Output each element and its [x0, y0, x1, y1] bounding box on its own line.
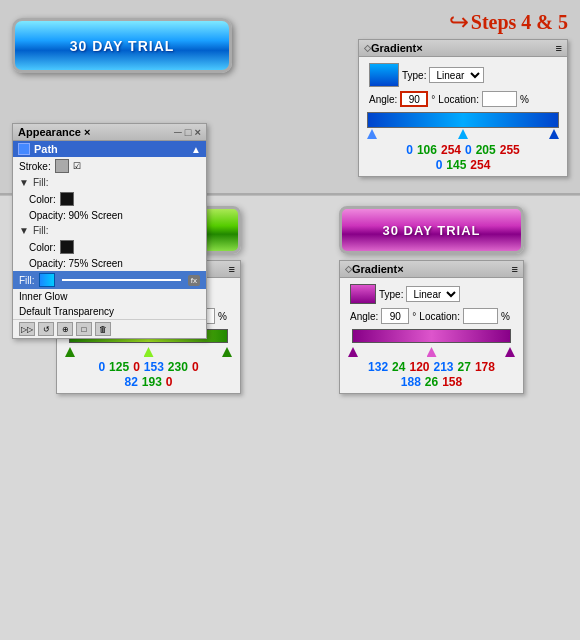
location-input[interactable] — [482, 91, 517, 107]
g2-1: 193 — [142, 375, 162, 389]
color-row-1: 0 106 254 0 205 255 — [365, 143, 561, 157]
color-swatch-1[interactable] — [60, 192, 74, 206]
stroke-swatch[interactable] — [55, 159, 69, 173]
appearance-path-label: Path — [34, 143, 58, 155]
fill-color-2: Color: — [13, 238, 206, 256]
stroke-row: Stroke: ☑ — [13, 157, 206, 175]
location-label: Location: — [438, 94, 479, 105]
fill-label-1: Fill: — [33, 177, 49, 188]
stop-right[interactable] — [549, 129, 559, 139]
gradient-preview-purple — [350, 284, 376, 304]
bottom-right-column: 30 DAY TRIAL ◇ Gradient × ≡ Type: Linear — [295, 206, 568, 630]
color-label-1: Color: — [29, 194, 56, 205]
panel-minimize[interactable]: ─ □ × — [174, 126, 201, 138]
gradient-body-top: Type: Linear Radial Angle: ° Location: % — [359, 57, 567, 176]
fill-triangle-1: ▼ — [19, 177, 29, 188]
stop-middle[interactable] — [458, 129, 468, 139]
fill-swatch-blue[interactable] — [39, 273, 55, 287]
gradient-menu-icon[interactable]: ≡ — [556, 42, 562, 54]
type-label-purple: Type: — [379, 289, 403, 300]
purple-color-numbers: 132 24 120 213 27 178 188 26 158 — [346, 360, 517, 389]
green-stop-2[interactable] — [144, 347, 154, 357]
gradient-bar-blue — [367, 112, 559, 128]
appearance-panel-titlebar: Appearance × ─ □ × — [13, 124, 206, 141]
green-stop-3[interactable] — [222, 347, 232, 357]
g1-2: 0 — [133, 360, 140, 374]
scroll-up-icon[interactable]: ▲ — [191, 144, 201, 155]
icon-btn-3[interactable]: ⊕ — [57, 322, 73, 336]
color-numbers-top: 0 106 254 0 205 255 0 145 254 — [365, 143, 561, 172]
steps-label: Steps 4 & 5 — [471, 11, 568, 34]
gradient-menu-purple[interactable]: ≡ — [512, 263, 518, 275]
type-select-purple[interactable]: Linear — [406, 286, 460, 302]
trial-button-purple-label: 30 DAY TRIAL — [383, 223, 481, 238]
green-row-2: 82 193 0 — [63, 375, 234, 389]
percent-symbol: % — [520, 94, 529, 105]
stroke-check: ☑ — [73, 161, 81, 171]
p2-1: 26 — [425, 375, 438, 389]
appearance-panel-title: Appearance × — [18, 126, 90, 138]
purple-stop-3[interactable] — [505, 347, 515, 357]
color-row-2: 0 145 254 — [365, 158, 561, 172]
opacity-label-2: Opacity: 75% Screen — [29, 258, 123, 269]
fill-triangle-2: ▼ — [19, 225, 29, 236]
trial-button-purple[interactable]: 30 DAY TRIAL — [339, 206, 524, 254]
trial-button-blue[interactable]: 30 DAY TRIAL — [12, 18, 232, 73]
type-label: Type: — [402, 70, 426, 81]
c1-r1: 106 — [417, 143, 437, 157]
arrow-curve-icon: ↩ — [449, 8, 469, 36]
default-transparency-row: Default Transparency — [13, 304, 206, 319]
gradient-bar-purple-el — [352, 329, 511, 343]
fill-label-2: Fill: — [33, 225, 49, 236]
fill-color-1: Color: — [13, 190, 206, 208]
top-left-column: 30 DAY TRIAL Appearance × ─ □ × Path ▲ S… — [12, 8, 232, 339]
icon-btn-1[interactable]: ▷▷ — [19, 322, 35, 336]
green-row-1: 0 125 0 153 230 0 — [63, 360, 234, 374]
c1-r2: 254 — [441, 143, 461, 157]
angle-label-purple: Angle: — [350, 311, 378, 322]
gradient-diamond-purple: ◇ — [345, 264, 352, 274]
c2-r2: 254 — [470, 158, 490, 172]
angle-input[interactable] — [400, 91, 428, 107]
purple-stop-2[interactable] — [427, 347, 437, 357]
gradient-title-bar-top: ◇ Gradient × ≡ — [359, 40, 567, 57]
panel-bottom-icons: ▷▷ ↺ ⊕ □ 🗑 — [13, 319, 206, 338]
p2-2: 158 — [442, 375, 462, 389]
trial-button-blue-label: 30 DAY TRIAL — [70, 38, 175, 54]
gradient-angle-row: Angle: ° Location: % — [365, 89, 561, 109]
gradient-bar-purple-container — [348, 329, 515, 358]
icon-btn-5[interactable]: 🗑 — [95, 322, 111, 336]
c1-r0: 0 — [406, 143, 413, 157]
gradient-preview-blue — [369, 63, 399, 87]
c2-r1: 145 — [446, 158, 466, 172]
location-label-purple: Location: — [419, 311, 460, 322]
fill-highlighted-row[interactable]: Fill: fx — [13, 271, 206, 289]
green-stops — [65, 346, 232, 358]
gradient-panel-purple: ◇ Gradient × ≡ Type: Linear Angle: ° L — [339, 260, 524, 394]
p1-1: 24 — [392, 360, 405, 374]
gradient-stops-row — [367, 128, 559, 140]
color-swatch-2[interactable] — [60, 240, 74, 254]
icon-btn-4[interactable]: □ — [76, 322, 92, 336]
angle-input-purple[interactable] — [381, 308, 409, 324]
gradient-x-purple: × — [397, 263, 403, 275]
gradient-body-purple: Type: Linear Angle: ° Location: % — [340, 278, 523, 393]
top-right-column: ↩ Steps 4 & 5 ◇ Gradient × ≡ Type: Linea… — [358, 8, 568, 177]
degree-symbol: ° — [431, 94, 435, 105]
path-icon — [18, 143, 30, 155]
type-select[interactable]: Linear Radial — [429, 67, 484, 83]
purple-stop-1[interactable] — [348, 347, 358, 357]
location-input-purple[interactable] — [463, 308, 498, 324]
green-stop-1[interactable] — [65, 347, 75, 357]
gradient-title-bar-purple: ◇ Gradient × ≡ — [340, 261, 523, 278]
stop-left[interactable] — [367, 129, 377, 139]
gradient-bar-blue-container — [367, 112, 559, 140]
icon-btn-2[interactable]: ↺ — [38, 322, 54, 336]
fx-badge: fx — [188, 275, 200, 286]
appearance-panel: Appearance × ─ □ × Path ▲ Stroke: ☑ ▼ Fi… — [12, 123, 207, 339]
fill-section-1: ▼ Fill: — [13, 175, 206, 190]
fill-opacity-1: Opacity: 90% Screen — [13, 208, 206, 223]
g1-5: 0 — [192, 360, 199, 374]
c1-r3: 0 — [465, 143, 472, 157]
green-color-numbers: 0 125 0 153 230 0 82 193 0 — [63, 360, 234, 389]
